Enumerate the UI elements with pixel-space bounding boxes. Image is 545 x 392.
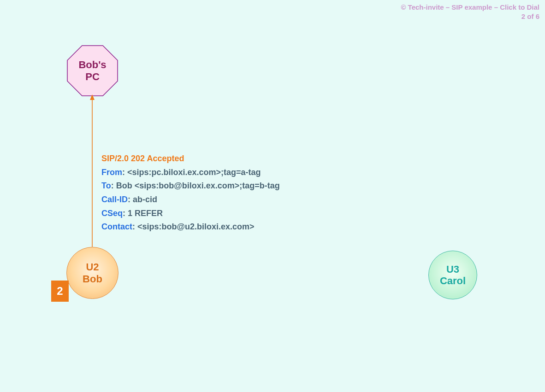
hdr-val-from: <sips:pc.biloxi.ex.com>;tag=a-tag (125, 168, 261, 177)
sip-status-line: SIP/2.0 202 Accepted (101, 152, 280, 166)
page-indicator: 2 of 6 (401, 12, 539, 21)
sip-header-from: From: <sips:pc.biloxi.ex.com>;tag=a-tag (101, 166, 280, 180)
copyright-text: © Tech-invite – SIP example – Click to D… (401, 3, 539, 12)
node-u2-bob: U2 Bob (66, 247, 118, 299)
node-bobs-pc: Bob's PC (67, 45, 118, 96)
sip-message: SIP/2.0 202 Accepted From: <sips:pc.bilo… (101, 152, 280, 234)
hdr-name-contact: Contact (101, 222, 132, 231)
step-number: 2 (57, 285, 63, 298)
hdr-name-callid: Call-ID (101, 195, 128, 204)
svg-marker-2 (90, 94, 95, 100)
sip-header-callid: Call-ID: ab-cid (101, 193, 280, 207)
hdr-val-to: Bob <sips:bob@biloxi.ex.com>;tag=b-tag (114, 181, 280, 190)
arrow-up-icon (89, 94, 95, 247)
hdr-name-cseq: CSeq (101, 209, 123, 218)
hdr-name-to: To (101, 181, 111, 190)
step-number-badge: 2 (51, 281, 69, 302)
sip-header-to: To: Bob <sips:bob@biloxi.ex.com>;tag=b-t… (101, 179, 280, 193)
copyright-block: © Tech-invite – SIP example – Click to D… (401, 3, 539, 22)
sip-header-cseq: CSeq: 1 REFER (101, 207, 280, 221)
node-u2-bob-label: U2 Bob (83, 261, 102, 285)
sip-header-contact: Contact: <sips:bob@u2.biloxi.ex.com> (101, 220, 280, 234)
node-u3-carol-label: U3 Carol (440, 263, 466, 287)
hdr-val-cseq: 1 REFER (125, 209, 163, 218)
hdr-name-from: From (101, 168, 122, 177)
hdr-val-callid: ab-cid (130, 195, 157, 204)
node-bobs-pc-label: Bob's PC (67, 45, 118, 96)
node-u3-carol: U3 Carol (428, 251, 477, 299)
hdr-val-contact: <sips:bob@u2.biloxi.ex.com> (135, 222, 255, 231)
arrow-bob-to-pc (89, 94, 95, 247)
diagram-canvas: © Tech-invite – SIP example – Click to D… (0, 0, 545, 392)
